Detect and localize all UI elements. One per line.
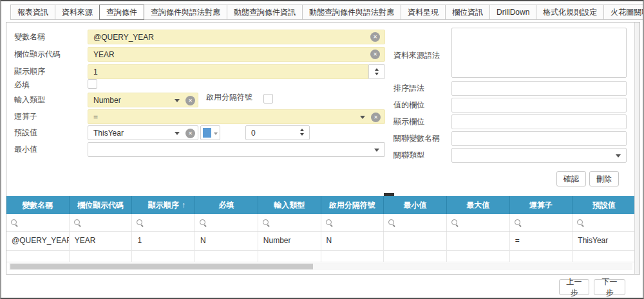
column-filter-input[interactable] (132, 214, 195, 231)
display-field-input[interactable] (451, 114, 627, 129)
tab-sparkline-association-settings[interactable]: 火花圖關聯設定 (603, 5, 644, 20)
default-number-input[interactable] (246, 126, 301, 140)
tab-query-condition[interactable]: 查詢條件 (99, 5, 144, 20)
display-order-stepper[interactable] (368, 64, 385, 79)
column-filter-input[interactable] (321, 214, 384, 231)
column-header-enable-separator[interactable]: 啟用分隔符號 (321, 196, 384, 214)
table-cell (384, 251, 447, 262)
column-filter-input[interactable] (573, 214, 635, 231)
column-filter-input[interactable] (510, 214, 573, 231)
tab-dynamic-query-condition-info[interactable]: 動態查詢條件資訊 (227, 5, 303, 20)
input-type-label: 輸入類型 (14, 93, 45, 107)
datasource-syntax-textarea[interactable] (451, 28, 627, 78)
variable-name-label: 變數名稱 (14, 30, 45, 44)
search-icon (388, 219, 396, 227)
column-header-min-value[interactable]: 最小值 (384, 196, 447, 214)
vertical-scrollbar-track[interactable] (634, 23, 639, 274)
chevron-down-icon (360, 116, 365, 119)
related-variable-name-label: 關聯變數名稱 (393, 131, 440, 146)
step-up-icon[interactable] (375, 68, 379, 71)
column-header-max-value[interactable]: 最大值 (447, 196, 510, 214)
default-value-label: 預設值 (14, 125, 37, 140)
related-variable-name-input[interactable] (451, 131, 627, 146)
value-field-input[interactable] (451, 98, 627, 113)
color-swatch-picker[interactable] (200, 125, 220, 140)
operator-select[interactable]: = (88, 109, 385, 124)
confirm-button[interactable]: 確認 (556, 171, 586, 186)
default-number-field (245, 125, 310, 140)
column-filter-input[interactable] (384, 214, 447, 231)
column-header-input-type[interactable]: 輸入類型 (258, 196, 321, 214)
column-filter-input[interactable] (258, 214, 321, 231)
required-checkbox[interactable] (88, 79, 97, 89)
column-filter-input[interactable] (70, 214, 133, 231)
next-step-button[interactable]: 下一步 (594, 279, 625, 295)
column-header-display-order[interactable]: 顯示順序↑ (132, 196, 195, 214)
tab-dynamic-query-condition-syntax-mapping[interactable]: 動態查詢條件與語法對應 (302, 5, 401, 20)
tab-report-info[interactable]: 報表資訊 (10, 5, 55, 20)
default-value-clear-icon[interactable] (185, 129, 195, 138)
tab-column-info[interactable]: 欄位資訊 (445, 5, 490, 20)
enable-separator-checkbox[interactable] (263, 94, 273, 104)
tab-data-presentation[interactable]: 資料呈現 (401, 5, 446, 20)
table-cell (321, 251, 384, 262)
column-header-default-value[interactable]: 預設值 (573, 196, 635, 214)
horizontal-scrollbar-thumb[interactable] (10, 264, 313, 269)
delete-button[interactable]: 刪除 (589, 171, 619, 186)
input-type-select[interactable]: Number (88, 93, 198, 107)
column-header-label: 顯示順序 (148, 201, 179, 210)
table-cell (132, 251, 195, 262)
default-value-text: ThisYear (93, 129, 124, 138)
table-cell: ThisYear (573, 232, 635, 250)
column-header-operator[interactable]: 運算子 (510, 196, 573, 214)
tab-bar: 報表資訊 資料來源 查詢條件 查詢條件與語法對應 動態查詢條件資訊 動態查詢條件… (10, 5, 644, 20)
tab-format-rule-settings[interactable]: 格式化規則設定 (536, 5, 604, 20)
search-icon (74, 219, 82, 227)
field-display-code-input[interactable] (88, 47, 385, 62)
column-header-variable-name[interactable]: 變數名稱 (6, 196, 70, 214)
display-order-label: 顯示順序 (14, 64, 45, 79)
prev-step-button[interactable]: 上一步 (559, 279, 589, 295)
column-header-required[interactable]: 必填 (195, 196, 258, 214)
field-display-code-clear-icon[interactable] (370, 50, 380, 59)
tab-data-source[interactable]: 資料來源 (55, 5, 100, 20)
default-number-stepper[interactable] (300, 129, 304, 136)
chevron-down-icon (616, 154, 621, 158)
operator-value: = (93, 113, 98, 122)
min-value-select[interactable] (88, 142, 385, 157)
search-icon (515, 219, 522, 227)
operator-clear-icon[interactable] (371, 113, 381, 122)
related-type-select[interactable] (451, 148, 627, 163)
step-up-icon[interactable] (300, 129, 304, 131)
default-value-select[interactable]: ThisYear (88, 125, 198, 140)
search-icon (137, 219, 144, 227)
step-down-icon[interactable] (300, 133, 304, 136)
horizontal-scrollbar-track[interactable] (9, 263, 632, 270)
variable-name-input[interactable] (88, 30, 385, 44)
operator-label: 運算子 (14, 109, 37, 124)
table-cell (573, 251, 635, 262)
display-order-input[interactable] (88, 64, 368, 79)
results-table: 變數名稱 欄位顯示代碼 顯示順序↑ 必填 輸入類型 啟用分隔符號 最小值 最大值… (6, 196, 635, 262)
table-row[interactable]: @QUERY_YEAR YEAR 1 N Number N = ThisYear (6, 232, 635, 251)
chevron-down-icon (175, 99, 180, 102)
tab-drilldown[interactable]: DrillDown (489, 5, 536, 20)
sort-syntax-input[interactable] (451, 81, 627, 96)
table-cell (258, 251, 321, 262)
search-icon (263, 219, 270, 227)
step-down-icon[interactable] (375, 73, 379, 75)
chevron-down-icon (175, 132, 180, 135)
column-filter-input[interactable] (447, 214, 510, 231)
variable-name-clear-icon[interactable] (370, 32, 380, 42)
table-cell: N (195, 232, 258, 250)
table-cell (70, 251, 133, 262)
input-type-clear-icon[interactable] (185, 96, 195, 105)
search-icon (451, 219, 459, 227)
display-field-label: 顯示欄位 (393, 114, 424, 129)
column-filter-input[interactable] (195, 214, 258, 231)
search-icon (577, 219, 585, 227)
column-filter-input[interactable] (6, 214, 70, 231)
tab-query-condition-syntax-mapping[interactable]: 查詢條件與語法對應 (144, 5, 227, 20)
table-cell: 1 (132, 232, 195, 250)
column-header-field-display-code[interactable]: 欄位顯示代碼 (70, 196, 133, 214)
